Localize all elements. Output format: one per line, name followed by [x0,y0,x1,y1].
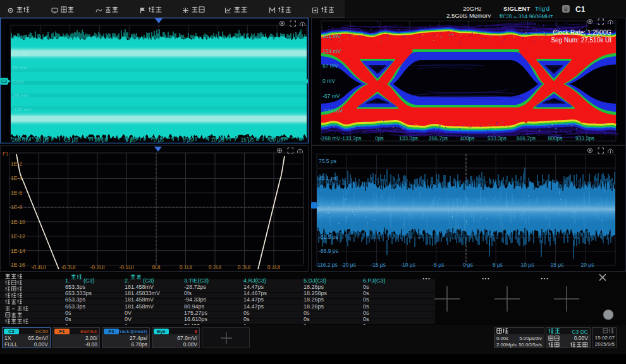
svg-text:10 μs: 10 μs [211,136,224,143]
svg-text:-15 μs: -15 μs [63,136,78,143]
svg-text:67 mV: 67 mV [322,63,338,69]
svg-text:5 μs: 5 μs [493,262,503,268]
svg-text:134 mV: 134 mV [322,48,341,54]
svg-text:0.1UI: 0.1UI [180,264,192,270]
svg-text:48.1 ps: 48.1 ps [319,175,336,181]
svg-text:0.4UI: 0.4UI [267,264,280,270]
svg-text:-5 μs: -5 μs [123,136,135,143]
svg-text:-61.5 ps: -61.5 ps [319,234,338,240]
svg-text:-133.3ps: -133.3ps [340,135,361,142]
svg-text:1E-4: 1E-4 [11,175,22,181]
svg-text:B: B [564,6,567,12]
svg-text:-88.9 ps: -88.9 ps [319,248,338,254]
svg-text:1E-10: 1E-10 [11,219,25,225]
svg-text:5 μs: 5 μs [183,136,193,143]
svg-text:-0.4UI: -0.4UI [31,264,46,270]
svg-text:65 mV: 65 mV [12,65,27,71]
svg-text:75.5 ps: 75.5 ps [319,158,336,164]
svg-text:533.3ps: 533.3ps [488,135,506,142]
svg-text:-0.1UI: -0.1UI [119,264,133,270]
svg-text:-0.2UI: -0.2UI [90,264,104,270]
svg-text:-20 μs: -20 μs [341,262,356,268]
svg-text:10 μs: 10 μs [521,262,534,268]
svg-text:-116.2 ps: -116.2 ps [316,262,338,268]
svg-text:-134 mV: -134 mV [322,107,343,114]
svg-text:266.7ps: 266.7ps [429,135,448,142]
svg-text:0UI: 0UI [152,264,160,270]
svg-text:1E-12: 1E-12 [11,233,25,240]
svg-text:1E-14: 1E-14 [11,248,25,254]
svg-text:-20 μs: -20 μs [34,136,49,143]
svg-text:1E-2: 1E-2 [11,161,22,167]
svg-text:-268 mV: -268 mV [320,135,340,142]
svg-text:933.3ps: 933.3ps [575,135,594,142]
svg-text:Seg Num: 27,510k UI: Seg Num: 27,510k UI [551,37,611,44]
svg-text:-130 mV: -130 mV [12,107,32,112]
svg-text:-260 mV: -260 mV [10,136,30,143]
svg-text:1E-16: 1E-16 [11,262,25,268]
svg-text:800ps: 800ps [548,135,562,142]
svg-text:0.2UI: 0.2UI [209,264,221,270]
svg-text:1E-8: 1E-8 [11,204,22,210]
svg-text:-10 μs: -10 μs [92,136,107,143]
svg-text:0 μs: 0 μs [154,136,164,143]
svg-text:20 μs: 20 μs [270,136,283,143]
svg-text:-5 μs: -5 μs [432,262,444,268]
svg-text:0ps: 0ps [375,135,384,142]
svg-text:400ps: 400ps [460,135,474,142]
svg-text:15 μs: 15 μs [551,262,564,268]
svg-text:Clock Rate: 1.2500G: Clock Rate: 1.2500G [553,29,611,36]
svg-text:666.7ps: 666.7ps [517,135,536,142]
svg-text:130 mV: 130 mV [12,51,30,57]
svg-text:201 mV: 201 mV [322,33,341,39]
svg-text:1E-6: 1E-6 [11,190,22,196]
svg-text:-15 μs: -15 μs [371,262,386,268]
svg-text:0.3UI: 0.3UI [238,264,250,270]
svg-text:0 μs: 0 μs [463,262,473,268]
svg-text:-65 mV: -65 mV [12,93,28,99]
svg-text:133.3ps: 133.3ps [399,135,418,142]
svg-text:-10 μs: -10 μs [400,262,415,268]
svg-text:20 μs: 20 μs [581,262,594,268]
svg-text:-0.3UI: -0.3UI [61,264,75,270]
svg-text:F1: F1 [3,151,9,157]
svg-text:15 μs: 15 μs [241,136,254,143]
svg-text:0 mV: 0 mV [322,78,335,84]
svg-text:-67 mV: -67 mV [322,93,340,99]
svg-text:C3: C3 [1,79,7,83]
svg-text:0 mV: 0 mV [12,79,24,85]
